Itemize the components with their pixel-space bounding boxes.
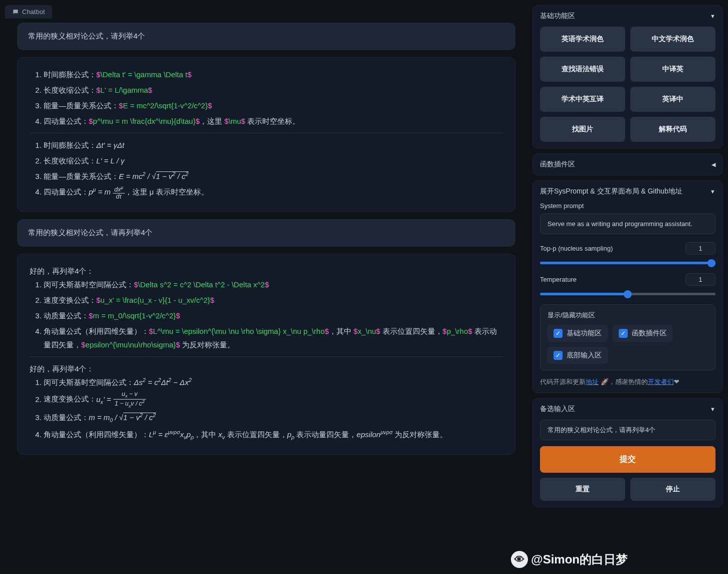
check-icon: ✓	[554, 329, 563, 338]
fn-english-polish[interactable]: 英语学术润色	[540, 27, 625, 52]
list-item: 闵可夫斯基时空间隔公式：Δs2 = c2Δt2 − Δx2	[44, 375, 503, 389]
divider	[30, 133, 503, 133]
formula-list-rendered: 时间膨胀公式：Δt' = γΔt 长度收缩公式：L' = L / γ 能量—质量…	[30, 138, 503, 200]
section-title: 基础功能区	[540, 12, 575, 21]
list-item: 四动量公式：$p^\mu = m \frac{dx^\mu}{d\tau}$，这…	[44, 114, 503, 128]
tab-chatbot[interactable]: Chatbot	[5, 5, 52, 19]
chevron-down-icon: ▼	[710, 188, 715, 195]
fn-grammar-check[interactable]: 查找语法错误	[540, 57, 625, 82]
list-item: 时间膨胀公式：Δt' = γΔt	[44, 138, 503, 152]
divider	[30, 356, 503, 357]
check-plugins[interactable]: ✓函数插件区	[613, 325, 673, 342]
fn-find-image[interactable]: 找图片	[540, 117, 625, 142]
list-item: 速度变换公式：ux' = ux − v1 − uxv / c2	[44, 391, 503, 409]
section-header-altinput[interactable]: 备选输入区 ▼	[540, 405, 715, 414]
chat-icon	[12, 9, 19, 16]
list-item: 速度变换公式：$u_x' = \frac{u_x - v}{1 - u_xv/c…	[44, 293, 503, 307]
chevron-left-icon: ◀	[711, 161, 715, 168]
fn-zh-to-en[interactable]: 中译英	[630, 57, 715, 82]
check-icon: ✓	[619, 329, 628, 338]
list-item: 动质量公式：$m = m_0/\sqrt{1-v^2/c^2}$	[44, 309, 503, 322]
tab-label: Chatbot	[22, 8, 45, 16]
alt-input-field[interactable]	[540, 420, 715, 440]
list-item: 角动量公式（利用四维矢量）：Lμ = εμνρσxνpρ，其中 xν 表示位置四…	[44, 428, 503, 442]
sysprompt-section: 展开SysPrompt & 交互界面布局 & Github地址 ▼ System…	[532, 180, 723, 393]
basic-button-grid: 英语学术润色 中文学术润色 查找语法错误 中译英 学术中英互译 英译中 找图片 …	[540, 27, 715, 142]
footer-note: 代码开源和更新地址 🚀，感谢热情的开发者们❤	[540, 377, 715, 387]
formula-list-raw: 时间膨胀公式：$\Delta t' = \gamma \Delta t$ 长度收…	[30, 68, 503, 128]
rocket-icon: 🚀	[601, 378, 609, 386]
chat-area: 常用的狭义相对论公式，请列举4个 时间膨胀公式：$\Delta t' = \ga…	[5, 23, 527, 569]
github-link[interactable]: 地址	[586, 378, 599, 386]
developers-link[interactable]: 开发者们	[648, 378, 674, 386]
fn-academic-translate[interactable]: 学术中英互译	[540, 87, 625, 112]
user-message: 常用的狭义相对论公式，请再列举4个	[17, 219, 515, 247]
submit-button[interactable]: 提交	[540, 446, 715, 473]
chevron-down-icon: ▼	[710, 13, 715, 19]
check-basic[interactable]: ✓基础功能区	[548, 325, 608, 342]
sysprompt-label: System prompt	[540, 202, 715, 210]
bot-intro: 好的，再列举4个：	[30, 264, 503, 278]
check-icon: ✓	[554, 351, 563, 360]
temp-label: Temperature	[540, 276, 577, 283]
section-title: 函数插件区	[540, 160, 575, 169]
heart-icon: ❤	[674, 378, 679, 386]
plugins-section: 函数插件区 ◀	[532, 153, 723, 175]
tab-header: Chatbot	[5, 5, 527, 19]
visibility-label: 显示/隐藏功能区	[548, 311, 708, 320]
list-item: 长度收缩公式：$L' = L/\gamma$	[44, 83, 503, 97]
fn-chinese-polish[interactable]: 中文学术润色	[630, 27, 715, 52]
alt-input-section: 备选输入区 ▼ 提交 重置 停止	[532, 398, 723, 507]
reset-button[interactable]: 重置	[540, 478, 625, 501]
stop-button[interactable]: 停止	[630, 478, 715, 501]
list-item: 动质量公式：m = m0 / √1 − v2 / c2	[44, 411, 503, 425]
temp-value[interactable]: 1	[685, 273, 715, 286]
topp-slider[interactable]	[540, 262, 715, 264]
section-header-plugins[interactable]: 函数插件区 ◀	[540, 160, 715, 169]
list-item: 闵可夫斯基时空间隔公式：$\Delta s^2 = c^2 \Delta t^2…	[44, 278, 503, 291]
chat-panel: Chatbot 常用的狭义相对论公式，请列举4个 时间膨胀公式：$\Delta …	[5, 5, 527, 569]
list-item: 能量—质量关系公式：E = mc2 / √1 − v2 / c2	[44, 169, 503, 183]
formula-list-rendered: 闵可夫斯基时空间隔公式：Δs2 = c2Δt2 − Δx2 速度变换公式：ux'…	[30, 375, 503, 442]
side-panel: 基础功能区 ▼ 英语学术润色 中文学术润色 查找语法错误 中译英 学术中英互译 …	[532, 5, 723, 569]
bot-message: 好的，再列举4个： 闵可夫斯基时空间隔公式：$\Delta s^2 = c^2 …	[17, 254, 515, 454]
list-item: 四动量公式：pμ = m dxμdτ，这里 μ 表示时空坐标。	[44, 185, 503, 200]
topp-label: Top-p (nucleus sampling)	[540, 245, 613, 252]
user-message: 常用的狭义相对论公式，请列举4个	[17, 23, 515, 50]
fn-explain-code[interactable]: 解释代码	[630, 117, 715, 142]
list-item: 长度收缩公式：L' = L / γ	[44, 154, 503, 167]
temp-slider[interactable]	[540, 293, 715, 295]
list-item: 时间膨胀公式：$\Delta t' = \gamma \Delta t$	[44, 68, 503, 81]
visibility-area: 显示/隐藏功能区 ✓基础功能区 ✓函数插件区 ✓底部输入区	[540, 304, 715, 370]
fn-en-to-zh[interactable]: 英译中	[630, 87, 715, 112]
bot-intro: 好的，再列举4个：	[30, 362, 503, 375]
section-title: 备选输入区	[540, 405, 575, 414]
bot-message: 时间膨胀公式：$\Delta t' = \gamma \Delta t$ 长度收…	[17, 57, 515, 212]
topp-value[interactable]: 1	[685, 242, 715, 255]
basic-functions-section: 基础功能区 ▼ 英语学术润色 中文学术润色 查找语法错误 中译英 学术中英互译 …	[532, 5, 723, 148]
check-bottom-input[interactable]: ✓底部输入区	[548, 347, 608, 364]
sysprompt-input[interactable]	[540, 214, 715, 234]
chevron-down-icon: ▼	[710, 406, 715, 412]
section-header-basic[interactable]: 基础功能区 ▼	[540, 12, 715, 21]
section-header-sysprompt[interactable]: 展开SysPrompt & 交互界面布局 & Github地址 ▼	[540, 187, 715, 196]
list-item: 能量—质量关系公式：$E = mc^2/\sqrt{1-v^2/c^2}$	[44, 99, 503, 112]
formula-list-raw: 闵可夫斯基时空间隔公式：$\Delta s^2 = c^2 \Delta t^2…	[30, 278, 503, 351]
section-title: 展开SysPrompt & 交互界面布局 & Github地址	[540, 187, 682, 196]
list-item: 角动量公式（利用四维矢量）：$L^\mu = \epsilon^{\mu \nu…	[44, 324, 503, 351]
